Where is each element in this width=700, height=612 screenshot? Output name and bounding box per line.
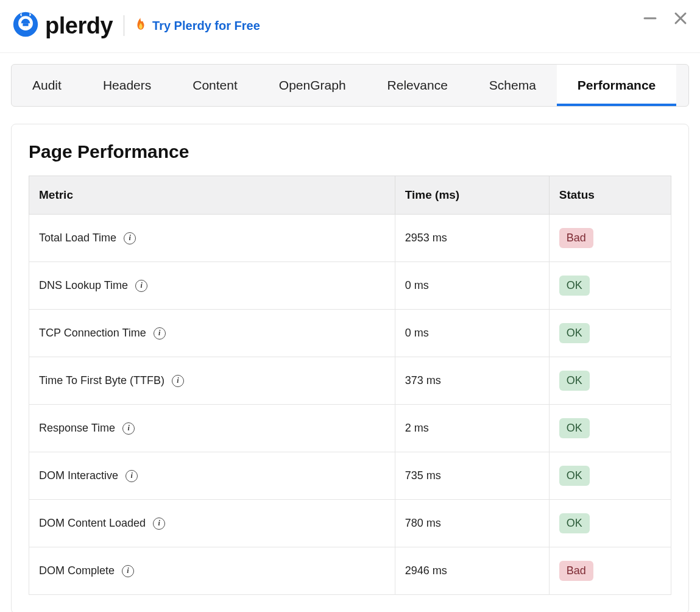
info-icon[interactable]: i: [172, 375, 184, 387]
tab-headers[interactable]: Headers: [82, 65, 172, 106]
svg-rect-4: [23, 23, 28, 26]
tab-opengraph[interactable]: OpenGraph: [258, 65, 367, 106]
info-icon[interactable]: i: [154, 327, 166, 340]
metric-label: TCP Connection Time: [39, 327, 146, 340]
table-row: Total Load Timei2953 msBad: [29, 215, 671, 262]
cta-wrap: Try Plerdy for Free: [135, 18, 260, 34]
minimize-icon[interactable]: [643, 11, 657, 28]
metric-label: DOM Complete: [39, 564, 115, 577]
info-icon[interactable]: i: [135, 280, 147, 292]
status-badge: OK: [559, 323, 590, 343]
metric-label: DOM Interactive: [39, 469, 118, 482]
header-divider: [124, 15, 124, 36]
tab-relevance[interactable]: Relevance: [367, 65, 468, 106]
flame-icon: [135, 18, 146, 34]
status-badge: Bad: [559, 228, 593, 248]
brand-name: plerdy: [45, 13, 113, 39]
performance-table: Metric Time (ms) Status Total Load Timei…: [29, 176, 671, 595]
metric-time: 2953 ms: [395, 215, 549, 262]
metric-label: Response Time: [39, 422, 115, 435]
try-free-link[interactable]: Try Plerdy for Free: [152, 19, 260, 33]
brand-logo[interactable]: plerdy: [12, 11, 113, 40]
table-row: DNS Lookup Timei0 msOK: [29, 262, 671, 310]
metric-label: Total Load Time: [39, 232, 116, 244]
metric-time: 735 ms: [395, 452, 549, 500]
table-row: DOM Interactivei735 msOK: [29, 452, 671, 500]
metric-time: 2946 ms: [395, 547, 549, 595]
tab-schema[interactable]: Schema: [468, 65, 557, 106]
table-row: DOM Content Loadedi780 msOK: [29, 500, 671, 547]
table-row: Response Timei2 msOK: [29, 405, 671, 452]
col-header-metric: Metric: [29, 176, 395, 215]
col-header-status: Status: [549, 176, 671, 215]
tab-bar: AuditHeadersContentOpenGraphRelevanceSch…: [11, 64, 689, 107]
info-icon[interactable]: i: [153, 518, 165, 530]
info-icon[interactable]: i: [124, 232, 136, 244]
status-badge: OK: [559, 466, 590, 486]
metric-label: DOM Content Loaded: [39, 517, 146, 530]
tab-audit[interactable]: Audit: [12, 65, 82, 106]
info-icon[interactable]: i: [122, 565, 134, 577]
status-badge: Bad: [559, 561, 593, 581]
window-controls: [643, 11, 688, 28]
status-badge: OK: [559, 513, 590, 533]
panel-title: Page Performance: [29, 141, 671, 162]
status-badge: OK: [559, 371, 590, 391]
close-icon[interactable]: [673, 11, 688, 28]
performance-panel: Page Performance Metric Time (ms) Status…: [11, 124, 689, 612]
tab-performance[interactable]: Performance: [557, 65, 676, 106]
metric-time: 2 ms: [395, 405, 549, 452]
metric-time: 780 ms: [395, 500, 549, 547]
tab-content[interactable]: Content: [172, 65, 258, 106]
metric-time: 0 ms: [395, 310, 549, 357]
status-badge: OK: [559, 418, 590, 438]
metric-time: 0 ms: [395, 262, 549, 310]
metric-time: 373 ms: [395, 357, 549, 405]
metric-label: Time To First Byte (TTFB): [39, 374, 164, 387]
info-icon[interactable]: i: [126, 470, 138, 482]
main-content: AuditHeadersContentOpenGraphRelevanceSch…: [0, 53, 700, 612]
status-badge: OK: [559, 276, 590, 296]
table-row: DOM Completei2946 msBad: [29, 547, 671, 595]
table-row: TCP Connection Timei0 msOK: [29, 310, 671, 357]
header-bar: plerdy Try Plerdy for Free: [0, 0, 700, 53]
metric-label: DNS Lookup Time: [39, 279, 128, 292]
plerdy-logo-icon: [12, 11, 39, 40]
info-icon[interactable]: i: [122, 422, 135, 435]
col-header-time: Time (ms): [395, 176, 549, 215]
table-row: Time To First Byte (TTFB)i373 msOK: [29, 357, 671, 405]
